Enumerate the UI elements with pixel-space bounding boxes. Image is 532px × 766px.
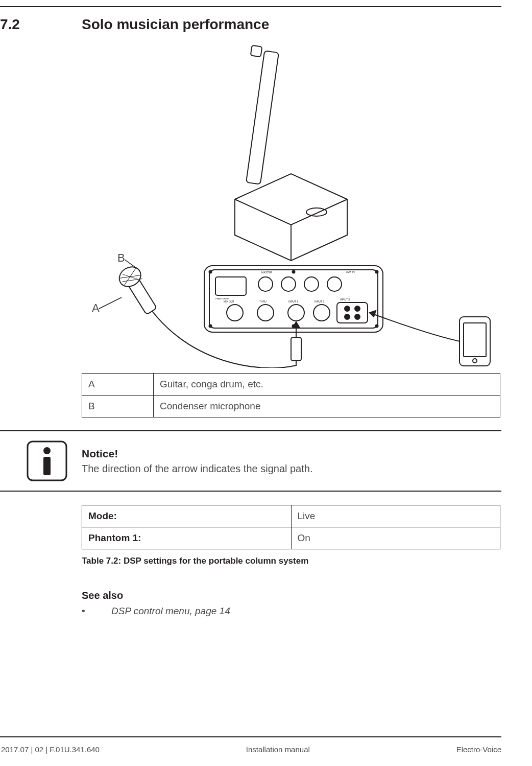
legend-table: A Guitar, conga drum, etc. B Condenser m… [82,373,500,417]
svg-point-7 [281,277,296,291]
svg-point-45 [43,447,51,454]
svg-point-30 [209,325,212,328]
column-speaker-icon [235,45,347,261]
table-row: Mode: Live [82,505,500,527]
legend-value: Condenser microphone [154,396,500,417]
svg-point-11 [257,305,274,321]
diagram-label-b: B [117,251,125,264]
dsp-settings-table: Mode: Live Phantom 1: On [82,505,500,549]
svg-rect-46 [43,457,51,475]
legend-value: Guitar, conga drum, etc. [154,374,500,396]
table-row: Phantom 1: On [82,527,500,549]
diagram-label-a: A [92,301,100,314]
svg-text:MASTER: MASTER [261,271,272,274]
svg-rect-33 [291,337,301,361]
svg-text:PHANTOM ON: PHANTOM ON [215,297,229,300]
table-row: B Condenser microphone [82,396,500,417]
section-title: Solo musician performance [82,16,269,33]
footer-doc-type: Installation manual [246,745,310,754]
svg-point-27 [209,271,212,273]
svg-text:AUX IN: AUX IN [346,270,355,273]
svg-rect-1 [246,51,279,184]
svg-point-12 [288,305,304,321]
table-caption: Table 7.2: DSP settings for the portable… [82,556,308,566]
svg-point-16 [355,306,360,311]
svg-point-8 [304,277,319,291]
svg-text:THRU: THRU [259,300,267,303]
svg-rect-5 [215,277,246,295]
dsp-key: Phantom 1: [82,527,292,549]
table-row: A Guitar, conga drum, etc. [82,374,500,396]
svg-point-9 [327,277,342,291]
footer-doc-id: 2017.07 | 02 | F.01U.341.640 [0,745,100,754]
svg-point-31 [376,325,378,328]
info-icon [27,440,67,481]
svg-rect-14 [337,303,368,323]
svg-text:INPUT 2: INPUT 2 [315,300,324,303]
page-footer: 2017.07 | 02 | F.01U.341.640 Installatio… [0,745,501,754]
rule-top [0,6,501,7]
rule-footer [0,736,501,737]
svg-rect-3 [204,266,383,332]
rule-divider [0,430,501,431]
page: 7.2 Solo musician performance [0,0,532,766]
svg-point-13 [313,305,330,321]
smartphone-icon [460,317,490,366]
see-also-item: DSP control menu, page 14 [82,606,230,617]
svg-point-10 [227,305,243,321]
dsp-value: On [291,527,500,549]
svg-point-28 [376,271,378,273]
notice-text: The direction of the arrow indicates the… [82,463,500,475]
svg-rect-2 [251,45,262,57]
svg-text:MIX OUT: MIX OUT [224,300,234,303]
see-also-title: See also [82,590,230,601]
svg-text:INPUT 1: INPUT 1 [288,300,298,303]
dsp-key: Mode: [82,505,292,527]
svg-line-42 [99,297,122,309]
svg-point-6 [258,277,273,291]
notice-block: Notice! The direction of the arrow indic… [82,448,500,475]
svg-point-18 [355,314,360,319]
see-also-block: See also DSP control menu, page 14 [82,590,230,617]
legend-key: A [82,374,154,396]
xlr-cable-icon [140,294,301,368]
svg-point-0 [306,208,327,216]
section-number: 7.2 [0,16,20,33]
rule-divider [0,491,501,492]
svg-point-29 [293,271,295,273]
legend-key: B [82,396,154,417]
rear-panel-icon: MASTER MIX OUT THRU INPUT 1 INPUT 2 INPU… [204,266,383,332]
notice-title: Notice! [82,448,500,460]
connection-diagram: MASTER MIX OUT THRU INPUT 1 INPUT 2 INPU… [82,41,500,368]
microphone-icon [116,263,161,317]
footer-brand: Electro-Voice [456,745,501,754]
svg-point-15 [345,306,350,311]
svg-text:INPUT 3: INPUT 3 [340,298,350,301]
svg-point-17 [345,314,350,319]
aux-cable-icon [370,311,465,342]
dsp-value: Live [291,505,500,527]
